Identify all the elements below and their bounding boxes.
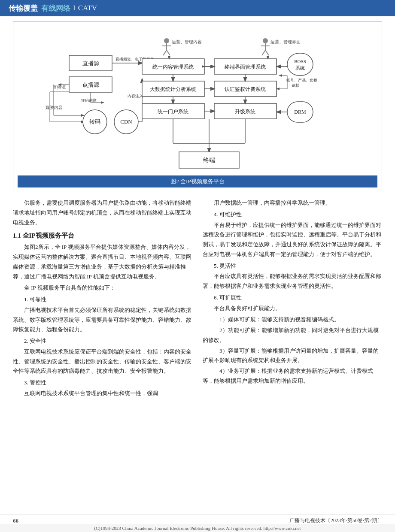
header-title-cn: 传输覆盖: [9, 3, 38, 13]
text-col-left: 供服务，需要使用调度服务器为用户提供路由功能，将移动智能终端请求地址指向同用户账…: [13, 198, 192, 400]
text-col-right: 用户数据统一管理，内容播控科学系统一管理。 4. 可维护性 平台易于维护，应提供…: [203, 198, 382, 400]
header-divider: I: [73, 4, 76, 12]
svg-text:统一内容管理系统: 统一内容管理系统: [152, 64, 194, 70]
page-number: 66: [13, 517, 18, 524]
svg-point-0: [164, 38, 169, 43]
header-title-colored: 有线网络: [41, 3, 70, 13]
header-bar: 传输覆盖 有线网络 I CATV: [0, 0, 395, 16]
svg-text:运营、管理界面: 运营、管理界面: [270, 39, 301, 44]
header-title-sub: CATV: [78, 4, 97, 12]
svg-line-9: [262, 50, 265, 55]
svg-text:媒资内容: 媒资内容: [46, 105, 63, 110]
section-title-1-1: 1.1 全IP视频服务平台: [13, 232, 192, 240]
svg-text:终端: 终端: [203, 157, 215, 163]
num2-text: 互联网电视技术系统应保证平台端到端的安全性，包括：内容的安全性、管理系统的安全性…: [13, 347, 192, 376]
num2-label: 2. 安全性: [13, 336, 192, 346]
svg-line-3: [163, 50, 167, 55]
sub1: 1）媒体可扩展：能够支持新的视音频编码格式。: [203, 315, 382, 325]
svg-text:认证鉴权计费系统: 认证鉴权计费系统: [225, 86, 266, 92]
main-content: 运营、管理内容 运营、管理界面 直播源 点播源 直播频道、电子节目单 直播源: [0, 16, 395, 405]
svg-text:转码: 转码: [89, 118, 100, 125]
num3-label: 3. 管控性: [13, 378, 192, 388]
svg-text:直播源: 直播源: [53, 85, 66, 90]
svg-text:统一门户系统: 统一门户系统: [158, 109, 188, 115]
intro-text: 供服务，需要使用调度服务器为用户提供路由功能，将移动智能终端请求地址指向同用户账…: [13, 198, 192, 227]
page-footer: 66 广播与电视技术〔2023年·第50卷·第2期〕: [0, 514, 395, 524]
num4-text: 平台易于维护，应提供统一的维护界面，能够通过统一的维护界面对远程设备进行管理和维…: [203, 221, 382, 260]
sub2: 2）功能可扩展：能够增加新的功能，同时避免对平台进行大规模的修改。: [203, 326, 382, 345]
svg-text:点播源: 点播源: [82, 82, 99, 88]
diagram-box: 运营、管理内容 运营、管理界面 直播源 点播源 直播频道、电子节目单 直播源: [13, 21, 382, 192]
sub3: 3）容量可扩展：能够根据用户访问量的增加，扩展容量。容量的扩展不影响现有的系统架…: [203, 346, 382, 366]
svg-text:BOSS: BOSS: [294, 59, 306, 64]
num1-label: 1. 可靠性: [13, 295, 192, 305]
svg-text:系统: 系统: [295, 65, 305, 70]
svg-text:CDN: CDN: [120, 118, 132, 125]
num1-text: 广播电视技术平台首先必须保证所有系统的稳定性，关键系统如数据系统、数字版权管理系…: [13, 305, 192, 335]
svg-line-4: [167, 50, 170, 55]
num6-text: 平台具备良好可扩展能力。: [203, 304, 382, 314]
svg-point-6: [263, 38, 268, 43]
svg-text:账号、产品、套餐: 账号、产品、套餐: [286, 78, 317, 82]
diagram-caption: 图2 全IP视频服务平台: [18, 175, 377, 187]
svg-text:升级系统: 升级系统: [235, 109, 255, 115]
svg-text:大数据统计分析系统: 大数据统计分析系统: [150, 86, 196, 92]
svg-text:运营、管理内容: 运营、管理内容: [172, 39, 202, 44]
journal-name: 广播与电视技术〔2023年·第50卷·第2期〕: [289, 517, 382, 524]
copyright-bar: (C)1994-2023 China Academic Journal Elec…: [0, 524, 395, 532]
svg-rect-49: [287, 53, 313, 76]
num4-label: 4. 可维护性: [203, 210, 382, 220]
architecture-diagram: 运营、管理内容 运营、管理界面 直播源 点播源 直播频道、电子节目单 直播源: [18, 30, 387, 175]
num3-text: 互联网电视技术系统平台管理的集中性和统一性，强调: [13, 389, 192, 399]
sub4: 4）业务可扩展：根据业务的需求支持新的运营模式、计费模式等，能够根据用户需求增加…: [203, 366, 382, 386]
num5-label: 5. 灵活性: [203, 261, 382, 271]
svg-text:DRM: DRM: [294, 109, 306, 115]
svg-line-10: [265, 50, 269, 55]
text-columns: 供服务，需要使用调度服务器为用户提供路由功能，将移动智能终端请求地址指向同用户账…: [13, 198, 382, 400]
svg-text:内容注入: 内容注入: [128, 94, 143, 98]
para-continue: 用户数据统一管理，内容播控科学系统一管理。: [203, 198, 382, 208]
num6-label: 6. 可扩展性: [203, 293, 382, 303]
para2: 全 IP 视频服务平台具备的性能如下：: [13, 283, 192, 293]
para1: 如图2所示，全 IP 视频服务平台提供媒体资源整合、媒体内容分发，实现媒体运营的…: [13, 242, 192, 281]
num5-text: 平台应该具有灵活性，能够根据业务的需求实现灵活的业务配置和部署，能够根据客户和业…: [203, 272, 382, 291]
svg-text:直播源: 直播源: [82, 60, 99, 66]
svg-text:终端界面管理系统: 终端界面管理系统: [225, 64, 266, 70]
svg-text:鉴权: 鉴权: [292, 83, 299, 88]
svg-text:转码调度: 转码调度: [81, 98, 97, 103]
